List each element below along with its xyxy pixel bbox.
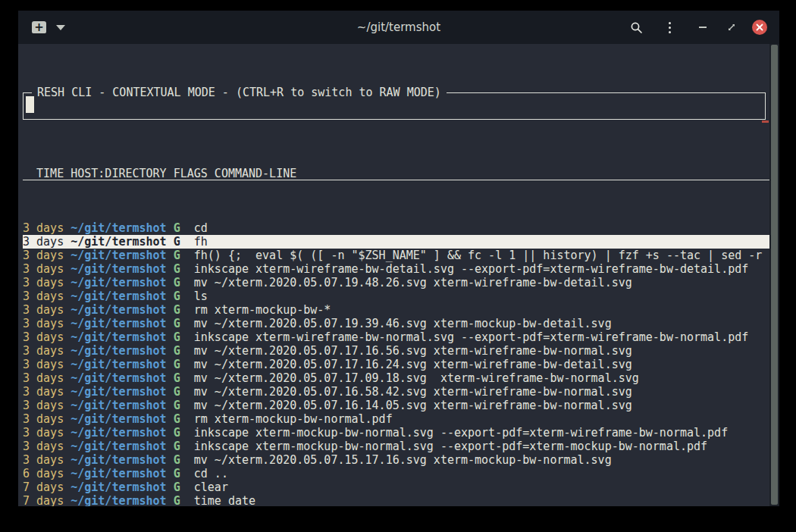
row-flags: G (167, 467, 180, 480)
row-directory: ~/git/termshot (71, 262, 166, 276)
row-directory: ~/git/termshot (71, 440, 166, 453)
row-command: mv ~/xterm.2020.05.07.16.58.42.svg xterm… (180, 385, 632, 399)
row-time: 3 days (23, 371, 71, 385)
row-directory: ~/git/termshot (71, 303, 166, 317)
row-time: 3 days (23, 344, 71, 358)
history-row[interactable]: 3 days ~/git/termshot G mv ~/xterm.2020.… (23, 371, 769, 385)
search-icon[interactable] (628, 19, 644, 36)
titlebar-right-controls (628, 19, 767, 36)
row-directory: ~/git/termshot (71, 249, 166, 262)
row-directory: ~/git/termshot (71, 480, 166, 494)
row-command: rm xterm-mockup-bw-* (180, 303, 331, 317)
terminal-content: RESH CLI - CONTEXTUAL MODE - (CTRL+R to … (23, 44, 769, 506)
row-time: 3 days (23, 358, 71, 371)
history-row[interactable]: 3 days ~/git/termshot G mv ~/xterm.2020.… (23, 317, 769, 330)
row-flags: G (167, 221, 180, 235)
row-directory: ~/git/termshot (71, 344, 166, 358)
row-time: 3 days (23, 262, 71, 276)
row-command: mv ~/xterm.2020.05.07.19.39.46.svg xterm… (180, 317, 612, 330)
row-time: 3 days (23, 221, 71, 235)
history-row[interactable]: 6 days ~/git/termshot G cd .. (23, 467, 769, 480)
row-command: inkscape xterm-mockup-bw-normal.svg --ex… (180, 440, 707, 453)
row-directory: ~/git/termshot (71, 371, 166, 385)
row-time: 3 days (23, 235, 71, 249)
history-row[interactable]: 3 days ~/git/termshot G rm xterm-mockup-… (23, 303, 769, 317)
row-directory: ~/git/termshot (71, 385, 166, 399)
row-time: 3 days (23, 249, 71, 262)
history-row[interactable]: 3 days ~/git/termshot G rm xterm-mockup-… (23, 412, 769, 426)
row-flags: G (167, 399, 180, 412)
row-command: cd .. (180, 467, 228, 480)
history-row[interactable]: 3 days ~/git/termshot G mv ~/xterm.2020.… (23, 276, 769, 289)
row-command: inkscape xterm-wireframe-bw-detail.svg -… (180, 262, 749, 276)
scrollbar[interactable] (769, 44, 779, 506)
close-icon[interactable] (752, 20, 767, 35)
history-row[interactable]: 3 days ~/git/termshot G mv ~/xterm.2020.… (23, 385, 769, 399)
row-time: 3 days (23, 440, 71, 453)
history-row[interactable]: 3 days ~/git/termshot G inkscape xterm-w… (23, 262, 769, 276)
row-command: fh (180, 235, 208, 249)
row-command: time date (180, 494, 255, 506)
row-time: 3 days (23, 317, 71, 330)
history-row-selected[interactable]: 3 days ~/git/termshot G fh (23, 235, 769, 249)
row-command: mv ~/xterm.2020.05.07.17.16.24.svg xterm… (180, 358, 632, 371)
row-flags: G (167, 358, 180, 371)
row-command: inkscape xterm-wireframe-bw-normal.svg -… (180, 330, 749, 344)
history-row[interactable]: 3 days ~/git/termshot G mv ~/xterm.2020.… (23, 358, 769, 371)
history-row[interactable]: 3 days ~/git/termshot G inkscape xterm-m… (23, 440, 769, 453)
history-row[interactable]: 3 days ~/git/termshot G fh() {; eval $( … (23, 249, 769, 262)
truncation-marker (762, 120, 769, 123)
history-row[interactable]: 3 days ~/git/termshot G inkscape xterm-w… (23, 330, 769, 344)
row-time: 3 days (23, 453, 71, 467)
history-row[interactable]: 7 days ~/git/termshot G time date (23, 494, 769, 506)
row-time: 3 days (23, 399, 71, 412)
row-directory: ~/git/termshot (71, 317, 166, 330)
history-row[interactable]: 3 days ~/git/termshot G mv ~/xterm.2020.… (23, 453, 769, 467)
row-command: fh() {; eval $( ([ -n "$ZSH_NAME" ] && f… (180, 249, 763, 262)
history-row[interactable]: 7 days ~/git/termshot G clear (23, 480, 769, 494)
row-command: inkscape xterm-mockup-bw-normal.svg --ex… (180, 426, 728, 440)
row-directory: ~/git/termshot (71, 426, 166, 440)
row-directory: ~/git/termshot (71, 467, 166, 480)
search-box[interactable]: RESH CLI - CONTEXTUAL MODE - (CTRL+R to … (23, 92, 766, 120)
row-directory: ~/git/termshot (71, 221, 166, 235)
row-time: 3 days (23, 412, 71, 426)
row-command: mv ~/xterm.2020.05.07.17.09.18.svg xterm… (180, 371, 639, 385)
row-flags: G (167, 494, 180, 506)
history-row[interactable]: 3 days ~/git/termshot G ls (23, 289, 769, 303)
row-flags: G (167, 330, 180, 344)
row-directory: ~/git/termshot (71, 399, 166, 412)
scrollbar-thumb[interactable] (771, 45, 778, 505)
row-flags: G (167, 371, 180, 385)
terminal-body[interactable]: RESH CLI - CONTEXTUAL MODE - (CTRL+R to … (18, 44, 779, 506)
tab-dropdown-caret[interactable] (56, 25, 65, 30)
row-time: 3 days (23, 276, 71, 289)
row-directory: ~/git/termshot (71, 494, 166, 506)
row-flags: G (167, 344, 180, 358)
row-flags: G (167, 249, 180, 262)
row-command: rm xterm-mockup-bw-normal.pdf (180, 412, 393, 426)
new-tab-icon[interactable]: + (32, 21, 46, 33)
row-time: 3 days (23, 426, 71, 440)
menu-kebab-icon[interactable] (661, 19, 678, 36)
history-row[interactable]: 3 days ~/git/termshot G mv ~/xterm.2020.… (23, 399, 769, 412)
row-flags: G (167, 480, 180, 494)
row-command: cd (180, 221, 208, 235)
row-directory: ~/git/termshot (71, 453, 166, 467)
row-time: 3 days (23, 303, 71, 317)
minimize-icon[interactable] (694, 19, 711, 36)
history-row[interactable]: 3 days ~/git/termshot G cd (23, 221, 769, 235)
table-header: TIME HOST:DIRECTORY FLAGS COMMAND-LINE (23, 167, 769, 180)
titlebar: + ~/git/termshot (18, 11, 779, 44)
restore-icon[interactable] (723, 19, 740, 36)
row-directory: ~/git/termshot (71, 412, 166, 426)
history-row[interactable]: 3 days ~/git/termshot G mv ~/xterm.2020.… (23, 344, 769, 358)
row-command: mv ~/xterm.2020.05.07.16.14.05.svg xterm… (180, 399, 632, 412)
row-flags: G (167, 303, 180, 317)
search-box-title: RESH CLI - CONTEXTUAL MODE - (CTRL+R to … (32, 86, 447, 99)
titlebar-left-controls: + (32, 21, 65, 33)
row-command: mv ~/xterm.2020.05.07.19.48.26.svg xterm… (180, 276, 632, 289)
history-row[interactable]: 3 days ~/git/termshot G inkscape xterm-m… (23, 426, 769, 440)
row-time: 6 days (23, 467, 71, 480)
row-flags: G (167, 453, 180, 467)
